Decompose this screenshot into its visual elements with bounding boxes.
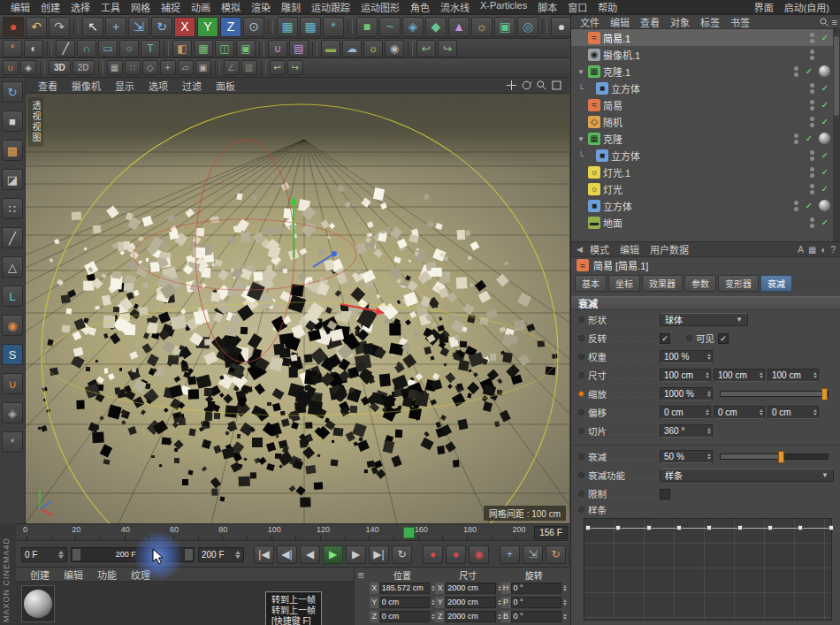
scale-tool[interactable]: ⇲: [128, 17, 149, 37]
tab-3[interactable]: 参数: [684, 275, 716, 292]
enabled-check[interactable]: ✓: [804, 201, 814, 210]
record-keyframe-button[interactable]: ●: [423, 545, 443, 564]
menu-item-0[interactable]: 编辑: [5, 0, 35, 14]
menu-item-5[interactable]: 捕捉: [156, 0, 186, 14]
maximize-view-icon[interactable]: [551, 80, 562, 91]
enabled-check[interactable]: ✓: [820, 33, 830, 42]
am-menu-item-1[interactable]: 编辑: [615, 242, 645, 256]
visibility-dots[interactable]: [810, 167, 814, 178]
live-selection-tool[interactable]: ↖: [82, 17, 103, 37]
current-frame-marker[interactable]: [403, 527, 415, 538]
coordinate-system-toggle[interactable]: ⊙: [243, 17, 264, 37]
visibility-dots[interactable]: [810, 50, 814, 60]
position-x-field[interactable]: X185.572 cm: [370, 582, 435, 595]
grid-view-icon[interactable]: ▦: [808, 245, 816, 255]
object-item-3[interactable]: └■立方体✓: [571, 80, 834, 96]
menu-item-6[interactable]: 动画: [186, 0, 216, 14]
menu-item-9[interactable]: 雕刻: [276, 0, 306, 14]
falloff-slider[interactable]: [720, 454, 829, 460]
viewport-menu-item-2[interactable]: 显示: [108, 79, 141, 93]
visibility-dots[interactable]: [810, 117, 814, 127]
spline-point-5[interactable]: [737, 525, 743, 530]
material-menu-item-3[interactable]: 纹理: [124, 568, 157, 582]
workplane-mode-icon[interactable]: ↩: [270, 60, 286, 75]
z-axis-lock[interactable]: Z: [220, 17, 241, 37]
viewport[interactable]: 查看摄像机显示选项过滤面板: [26, 78, 569, 523]
menu-item-14[interactable]: X-Particles: [475, 0, 532, 14]
tab-5[interactable]: 衰减: [760, 275, 792, 292]
menu-item-12[interactable]: 角色: [405, 0, 435, 14]
menu-item-17[interactable]: 帮助: [592, 0, 622, 14]
uv-mode-icon[interactable]: ◪: [2, 169, 23, 190]
material-menu-item-0[interactable]: 创建: [23, 568, 57, 582]
om-menu-item-5[interactable]: 书签: [725, 15, 755, 29]
viewport-solo-icon[interactable]: ◉: [2, 315, 23, 336]
range-start-field[interactable]: 0 F: [21, 547, 67, 562]
object-item-5[interactable]: ◇随机✓: [571, 113, 834, 130]
object-item-1[interactable]: ◉摄像机.1: [571, 46, 834, 63]
material-thumbnail[interactable]: [21, 585, 55, 622]
y-axis-lock[interactable]: Y: [197, 17, 218, 37]
snap-settings-icon[interactable]: ◈: [20, 60, 36, 75]
tab-0[interactable]: 基本: [575, 275, 607, 292]
menu-item-10[interactable]: 运动跟踪: [306, 0, 355, 14]
scrollbar-thumb[interactable]: [834, 36, 839, 116]
symmetry-menu[interactable]: ◫: [215, 40, 234, 57]
visibility-dots[interactable]: [794, 66, 798, 77]
rotate-tool[interactable]: ↻: [151, 17, 172, 37]
weight-field[interactable]: 100 %: [660, 350, 713, 363]
render-settings-button[interactable]: *: [323, 17, 344, 37]
history-back-icon[interactable]: ◀: [577, 245, 583, 254]
spline-arc-tool[interactable]: ∩: [77, 40, 96, 57]
spline-point-2[interactable]: [646, 525, 652, 530]
range-end-field[interactable]: 200 F: [198, 547, 244, 562]
rotation-p-field[interactable]: P0 °: [501, 596, 567, 609]
filter-menu-icon[interactable]: ≡: [832, 17, 837, 27]
enabled-check[interactable]: ✓: [820, 217, 830, 227]
edge-snap-icon[interactable]: ◇: [142, 60, 158, 75]
anim-dot[interactable]: [578, 316, 584, 323]
menu-item-16[interactable]: 窗口: [562, 0, 592, 14]
size-y-field[interactable]: Y2000 cm: [435, 596, 500, 609]
convert-selection-icon[interactable]: ↻: [2, 81, 23, 103]
play-button[interactable]: ▶: [323, 545, 343, 564]
size-z-field[interactable]: Z2000 cm: [435, 610, 500, 623]
enabled-check[interactable]: ✓: [820, 83, 830, 93]
keyframe-dot[interactable]: [578, 391, 584, 397]
material-menu-item-1[interactable]: 编辑: [57, 568, 90, 582]
menu-item-7[interactable]: 模拟: [216, 0, 246, 14]
spline-graph[interactable]: [584, 518, 832, 621]
snap-magnet-icon[interactable]: ∪: [2, 373, 23, 394]
material-tag[interactable]: [819, 133, 830, 144]
menu-item-4[interactable]: 网格: [126, 0, 156, 14]
viewport-menu-item-0[interactable]: 查看: [31, 79, 65, 93]
next-frame-button[interactable]: ▶: [346, 545, 366, 564]
jump-end-button[interactable]: ▶|: [369, 545, 389, 564]
floor-object-icon[interactable]: ▬: [321, 40, 340, 57]
history-back-icon[interactable]: ↩: [416, 40, 436, 57]
enabled-check[interactable]: ✓: [804, 133, 814, 143]
axis-snap-icon[interactable]: +: [160, 60, 176, 75]
scene-3d[interactable]: 透视视图 网格间距 : 100 cm: [26, 94, 569, 523]
om-menu-item-2[interactable]: 查看: [635, 15, 665, 29]
polygons-mode-icon[interactable]: △: [2, 256, 23, 278]
visibility-dots[interactable]: [810, 184, 814, 194]
spline-point-0[interactable]: [585, 525, 591, 530]
render-view-button[interactable]: ▦: [277, 17, 298, 37]
autokey-button[interactable]: ●: [446, 545, 466, 564]
layout-menu-item-1[interactable]: 启动(自用): [779, 0, 835, 14]
menu-item-8[interactable]: 渲染: [246, 0, 276, 14]
range-handle-right[interactable]: [185, 549, 193, 560]
menu-item-3[interactable]: 工具: [95, 0, 126, 14]
gear-icon[interactable]: *: [2, 431, 23, 453]
enabled-check[interactable]: ✓: [820, 167, 830, 177]
spline-text-tool[interactable]: T: [141, 40, 160, 57]
points-mode-icon[interactable]: ∷: [2, 198, 23, 219]
material-menu-item-2[interactable]: 功能: [90, 568, 124, 582]
visible-checkbox[interactable]: [718, 333, 729, 344]
offset-z-input[interactable]: 0 cm: [767, 406, 819, 419]
om-menu-item-1[interactable]: 编辑: [605, 15, 635, 29]
object-item-9[interactable]: ☼灯光✓: [571, 180, 834, 197]
light-object-icon[interactable]: ☼: [363, 40, 383, 57]
orbit-view-icon[interactable]: [521, 80, 532, 91]
